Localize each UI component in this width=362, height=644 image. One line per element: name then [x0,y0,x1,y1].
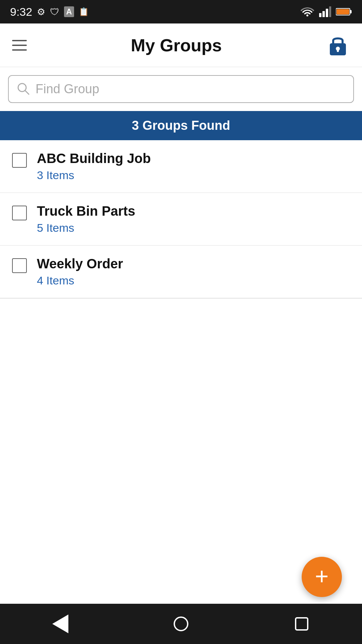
hamburger-menu-button[interactable] [12,40,27,51]
svg-rect-3 [329,6,331,17]
groups-found-text: 3 Groups Found [132,118,230,132]
group-checkbox-2[interactable] [12,206,27,220]
recents-button[interactable] [288,610,315,637]
group-info-2: Truck Bin Parts 5 Items [37,204,135,234]
page-title: My Groups [131,35,222,55]
svg-rect-9 [337,49,339,52]
hamburger-line-2 [12,45,27,46]
recents-icon [295,617,308,631]
back-icon [52,614,68,633]
search-input[interactable] [36,82,345,96]
lock-icon [328,35,347,56]
status-time: 9:32 [10,5,32,18]
add-icon: + [315,565,329,588]
group-item[interactable]: Weekly Order 4 Items [0,246,362,298]
group-items-1: 3 Items [37,169,151,182]
group-item[interactable]: Truck Bin Parts 5 Items [0,193,362,246]
svg-rect-6 [337,9,349,14]
font-icon: A [64,6,74,17]
group-info-1: ABC Building Job 3 Items [37,151,151,182]
search-box [8,75,354,103]
bottom-nav [0,604,362,644]
hamburger-line-3 [12,49,27,51]
status-bar-left: 9:32 ⚙ 🛡 A 📋 [10,5,89,18]
group-items-2: 5 Items [37,221,135,234]
app-bar: My Groups [0,23,362,67]
back-button[interactable] [47,610,74,637]
status-bar: 9:32 ⚙ 🛡 A 📋 [0,0,362,23]
group-name-1: ABC Building Job [37,151,151,166]
groups-found-banner: 3 Groups Found [0,111,362,140]
group-item[interactable]: ABC Building Job 3 Items [0,140,362,193]
add-group-fab[interactable]: + [302,557,342,597]
search-icon [17,82,29,96]
svg-rect-0 [319,13,321,17]
group-name-2: Truck Bin Parts [37,204,135,219]
svg-rect-1 [322,11,325,17]
search-container [0,67,362,103]
clipboard-icon: 📋 [79,7,89,16]
home-button[interactable] [168,610,194,637]
group-checkbox-1[interactable] [12,153,27,168]
svg-rect-5 [350,10,352,13]
hamburger-line-1 [12,40,27,41]
group-items-3: 4 Items [37,274,123,287]
groups-list: ABC Building Job 3 Items Truck Bin Parts… [0,140,362,298]
settings-icon: ⚙ [37,6,45,17]
content-divider [0,298,362,299]
group-checkbox-3[interactable] [12,258,27,273]
svg-rect-2 [326,9,328,17]
group-info-3: Weekly Order 4 Items [37,256,123,287]
lock-button[interactable] [326,33,350,57]
battery-icon [336,7,352,16]
status-bar-right [300,6,352,17]
home-icon [174,616,188,631]
group-name-3: Weekly Order [37,256,123,271]
wifi-icon [300,6,314,17]
svg-line-11 [25,91,29,94]
signal-icon [319,6,331,17]
shield-icon: 🛡 [50,6,59,17]
